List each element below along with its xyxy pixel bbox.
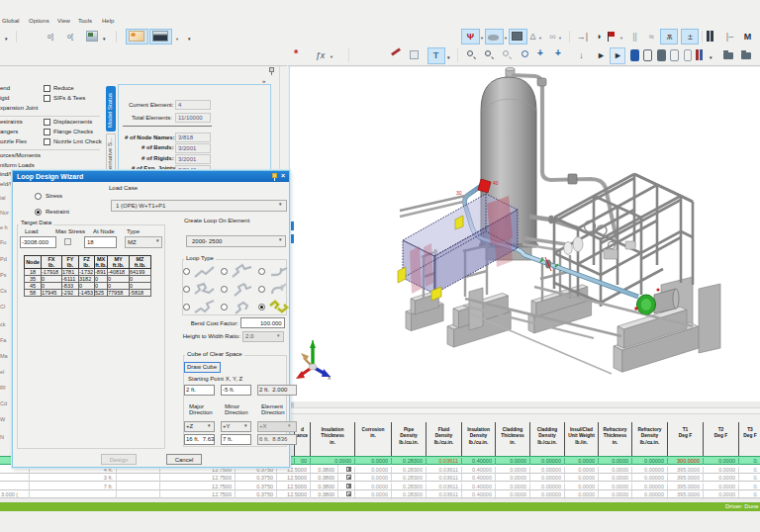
- svg-text:30: 30: [456, 190, 462, 196]
- svg-text:40: 40: [493, 180, 499, 186]
